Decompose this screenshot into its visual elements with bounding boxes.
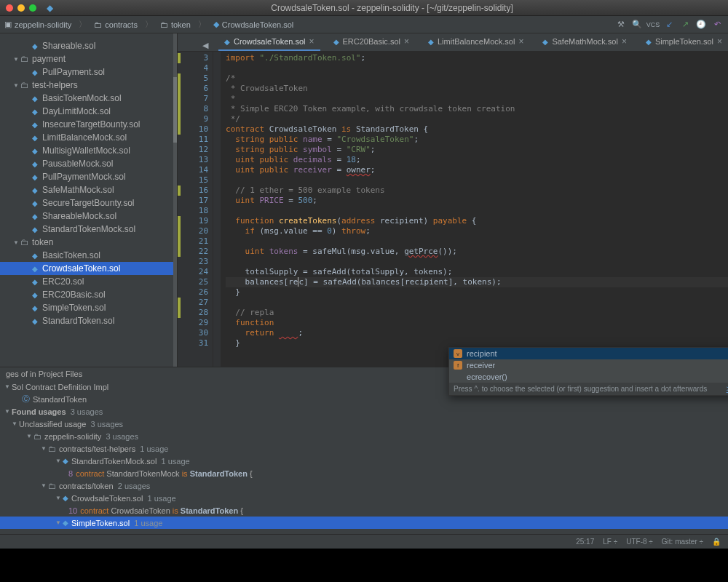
editor-tab[interactable]: ◆SafeMathMock.sol× (537, 33, 633, 51)
code-line[interactable] (226, 175, 728, 186)
expand-arrow-icon[interactable]: ▼ (13, 56, 20, 63)
line-number[interactable]: 5 (178, 73, 208, 84)
code-line[interactable]: if (msg.value == 0) throw; (226, 226, 728, 236)
line-number[interactable]: 11 (178, 135, 208, 145)
breadcrumb-file[interactable]: ◆ CrowdsaleToken.sol (213, 20, 293, 29)
search-icon[interactable]: 🔍 (630, 18, 644, 31)
zoom-window-button[interactable] (29, 4, 36, 12)
sidebar-file[interactable]: ◆SafeMathMock.sol (0, 183, 177, 196)
sidebar-scrollbar[interactable] (173, 33, 177, 367)
sidebar-folder[interactable]: ▼🗀token (0, 236, 177, 249)
editor-tab[interactable]: ◆CrowdsaleToken.sol× (218, 33, 320, 51)
code-line[interactable]: return ; (226, 328, 728, 338)
code-line[interactable]: * CrowdsaleToken (226, 84, 728, 94)
sidebar-file[interactable]: ◆CrowdsaleToken.sol (0, 262, 177, 275)
caret-position[interactable]: 25:17 (576, 538, 594, 546)
vcs-icon[interactable]: VCS (646, 18, 660, 31)
close-window-button[interactable] (6, 4, 13, 12)
usage-file[interactable]: ▼◆StandardTokenMock.sol 1 usage (0, 455, 728, 467)
tab-nav-left-icon[interactable]: ◀ (199, 39, 211, 51)
line-number[interactable]: 30 (178, 328, 208, 338)
code-area[interactable]: import "./StandardToken.sol"; /* * Crowd… (221, 52, 728, 367)
usage-folder[interactable]: ▼🗀contracts/test-helpers 1 usage (0, 442, 728, 455)
line-number[interactable]: 16 (178, 186, 208, 196)
sidebar-file[interactable]: ◆StandardTokenMock.sol (0, 223, 177, 236)
code-line[interactable]: uint public decimals = 18; (226, 155, 728, 165)
breadcrumb-folder[interactable]: 🗀 contracts (94, 20, 138, 29)
expand-arrow-icon[interactable]: ▼ (39, 482, 48, 489)
usage-file[interactable]: ▼◆SimpleToken.sol 1 usage (0, 517, 728, 529)
sidebar-folder[interactable]: ▼🗀payment (0, 52, 177, 65)
code-line[interactable]: totalSupply = safeAdd(totalSupply, token… (226, 267, 728, 277)
code-line[interactable] (226, 206, 728, 216)
usage-folder[interactable]: ▼🗀contracts/token 2 usages (0, 479, 728, 492)
autocomplete-item[interactable]: ecrecover() (449, 371, 728, 383)
line-number[interactable]: 25 (178, 277, 208, 287)
sidebar-file[interactable]: ◆BasicTokenMock.sol (0, 92, 177, 105)
line-number[interactable]: 7 (178, 94, 208, 104)
readonly-lock-icon[interactable]: 🔒 (712, 538, 721, 546)
line-number[interactable]: 18 (178, 206, 208, 216)
expand-arrow-icon[interactable]: ▼ (54, 458, 63, 464)
usage-module[interactable]: ▼🗀zeppelin-solidity 3 usages (0, 430, 728, 442)
code-line[interactable]: */ (226, 114, 728, 124)
close-tab-icon[interactable]: × (717, 36, 722, 47)
line-number[interactable]: 20 (178, 226, 208, 236)
line-number[interactable]: 3 (178, 53, 208, 63)
line-number[interactable]: 13 (178, 155, 208, 165)
code-line[interactable] (226, 257, 728, 267)
code-line[interactable] (226, 236, 728, 247)
sidebar-file[interactable]: ◆PullPayment.sol (0, 65, 177, 79)
sidebar-file[interactable]: ◆Shareable.sol (0, 39, 177, 52)
code-line[interactable]: function (226, 318, 728, 328)
line-number[interactable]: 15 (178, 175, 208, 186)
editor-tab[interactable]: ◆LimitBalanceMock.sol× (422, 33, 529, 51)
editor-tab[interactable]: ◆ERC20Basic.sol× (328, 33, 416, 51)
code-line[interactable]: * Simple ERC20 Token example, with crowd… (226, 104, 728, 114)
project-sidebar[interactable]: ◆Shareable.sol▼🗀payment◆PullPayment.sol▼… (0, 33, 178, 367)
expand-arrow-icon[interactable]: ▼ (54, 495, 63, 501)
sidebar-file[interactable]: ◆InsecureTargetBounty.sol (0, 118, 177, 131)
close-tab-icon[interactable]: × (518, 36, 523, 47)
code-line[interactable]: * (226, 94, 728, 104)
line-number[interactable]: 8 (178, 104, 208, 114)
close-tab-icon[interactable]: × (309, 36, 314, 47)
breadcrumb-folder[interactable]: 🗀 token (160, 20, 191, 29)
expand-arrow-icon[interactable]: ▼ (13, 239, 20, 246)
sidebar-file[interactable]: ◆BasicToken.sol (0, 249, 177, 262)
line-number[interactable]: 31 (178, 338, 208, 348)
code-line[interactable]: string public symbol = "CRW"; (226, 145, 728, 155)
editor[interactable]: 3456789101112131415161718192021222324252… (178, 52, 728, 367)
line-number[interactable]: 10 (178, 124, 208, 135)
code-line[interactable]: function createTokens(address recipient)… (226, 216, 728, 226)
expand-arrow-icon[interactable]: ▼ (13, 82, 20, 89)
code-line[interactable]: // 1 ether = 500 example tokens (226, 186, 728, 196)
line-number[interactable]: 19 (178, 216, 208, 226)
sidebar-file[interactable]: ◆SecureTargetBounty.sol (0, 196, 177, 210)
usage-file[interactable]: ▼◆CrowdsaleToken.sol 1 usage (0, 492, 728, 504)
code-line[interactable]: uint tokens = safeMul(msg.value, getPrce… (226, 247, 728, 257)
minimize-window-button[interactable] (17, 4, 25, 12)
sidebar-file[interactable]: ◆MultisigWalletMock.sol (0, 144, 177, 157)
make-icon[interactable]: ⚒ (614, 18, 628, 31)
line-number[interactable]: 28 (178, 308, 208, 318)
usage-code[interactable]: 10contract CrowdsaleToken is StandardTok… (0, 504, 728, 517)
expand-arrow-icon[interactable]: ▼ (3, 408, 12, 415)
usage-code[interactable]: 8contract StandardTokenMock is StandardT… (0, 467, 728, 479)
undo-icon[interactable]: ↶ (711, 18, 724, 31)
line-number[interactable]: 9 (178, 114, 208, 124)
code-line[interactable]: import "./StandardToken.sol"; (226, 53, 728, 63)
sidebar-file[interactable]: ◆DayLimitMock.sol (0, 105, 177, 118)
close-tab-icon[interactable]: × (622, 36, 627, 47)
sidebar-file[interactable]: ◆SimpleToken.sol (0, 301, 177, 314)
sidebar-file[interactable]: ◆ERC20Basic.sol (0, 288, 177, 301)
line-number[interactable]: 14 (178, 165, 208, 175)
editor-tab[interactable]: ◆SimpleToken.sol× (640, 33, 728, 51)
line-number[interactable]: 21 (178, 236, 208, 247)
code-line[interactable]: } (226, 287, 728, 298)
expand-arrow-icon[interactable]: ▼ (39, 445, 48, 452)
vcs-update-icon[interactable]: ↙ (662, 18, 676, 31)
autocomplete-item[interactable]: vrecipient (449, 348, 728, 359)
line-number[interactable]: 23 (178, 257, 208, 267)
file-encoding[interactable]: UTF-8 ÷ (626, 538, 653, 546)
